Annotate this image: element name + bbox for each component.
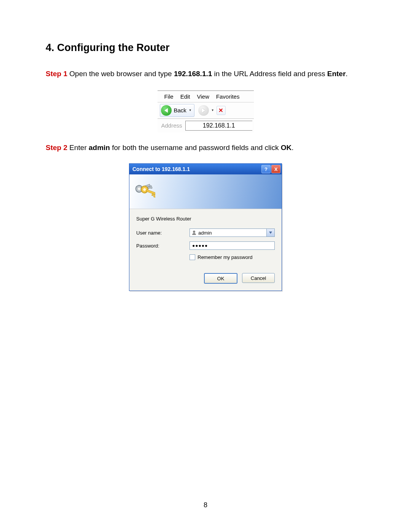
step2-paragraph: Step 2 Enter admin for both the username… bbox=[46, 143, 365, 153]
step2-label: Step 2 bbox=[46, 144, 67, 152]
svg-rect-8 bbox=[152, 193, 154, 196]
step1-enter: Enter bbox=[327, 70, 346, 78]
step1-paragraph: Step 1 Open the web browser and type 192… bbox=[46, 69, 365, 79]
remember-password-label: Remember my password bbox=[198, 254, 253, 260]
username-dropdown-button[interactable] bbox=[266, 228, 275, 237]
auth-dialog: Connect to 192.168.1.1 ? X bbox=[129, 163, 282, 291]
step2-ok: OK bbox=[281, 144, 292, 152]
step1-period: . bbox=[346, 70, 347, 78]
chevron-down-icon bbox=[269, 232, 272, 234]
address-label: Address bbox=[159, 122, 185, 129]
cancel-button[interactable]: Cancel bbox=[242, 273, 275, 283]
step1-text-a: Open the web browser and type bbox=[67, 70, 174, 78]
browser-menu-bar: File Edit View Favorites bbox=[158, 90, 254, 102]
username-combo[interactable]: admin bbox=[190, 228, 275, 237]
forward-button[interactable] bbox=[198, 105, 209, 116]
back-arrow-icon bbox=[161, 105, 172, 116]
user-icon bbox=[191, 230, 197, 235]
back-label: Back bbox=[173, 107, 187, 113]
forward-arrow-icon bbox=[202, 108, 205, 113]
dialog-body: Super G Wireless Router User name: admin bbox=[129, 209, 282, 291]
step1-ip: 192.168.1.1 bbox=[174, 70, 212, 78]
titlebar-help-button[interactable]: ? bbox=[261, 165, 271, 173]
dialog-banner bbox=[129, 174, 282, 209]
svg-rect-9 bbox=[154, 195, 155, 198]
titlebar-close-button[interactable]: X bbox=[271, 165, 280, 173]
menu-edit[interactable]: Edit bbox=[180, 93, 190, 100]
address-bar: Address 192.168.1.1 bbox=[158, 119, 254, 133]
menu-view[interactable]: View bbox=[197, 93, 209, 100]
back-dropdown-icon[interactable]: ▼ bbox=[187, 109, 192, 112]
svg-rect-4 bbox=[150, 186, 152, 189]
step1-label: Step 1 bbox=[46, 70, 67, 78]
back-button[interactable]: Back ▼ bbox=[160, 104, 194, 117]
svg-point-10 bbox=[193, 231, 195, 233]
step2-text-a: Enter bbox=[67, 144, 89, 152]
password-input[interactable]: ●●●●● bbox=[190, 241, 275, 250]
username-label: User name: bbox=[136, 230, 190, 236]
page-number: 8 bbox=[0, 501, 411, 509]
dialog-titlebar: Connect to 192.168.1.1 ? X bbox=[129, 164, 282, 174]
auth-realm: Super G Wireless Router bbox=[136, 216, 275, 222]
address-input[interactable]: 192.168.1.1 bbox=[185, 121, 252, 131]
password-label: Password: bbox=[136, 243, 190, 249]
stop-button[interactable]: ✕ bbox=[217, 106, 226, 115]
svg-rect-7 bbox=[146, 190, 155, 195]
step2-period: . bbox=[292, 144, 293, 152]
step1-text-b: in the URL Address field and press bbox=[212, 70, 327, 78]
browser-screenshot: File Edit View Favorites Back ▼ ▼ ✕ Addr… bbox=[157, 90, 254, 133]
step2-admin: admin bbox=[89, 144, 110, 152]
ok-button[interactable]: OK bbox=[204, 273, 237, 284]
step2-text-b: for both the username and password field… bbox=[110, 144, 281, 152]
menu-favorites[interactable]: Favorites bbox=[216, 93, 240, 100]
keys-icon bbox=[135, 181, 155, 202]
remember-password-checkbox[interactable] bbox=[190, 254, 195, 260]
menu-file[interactable]: File bbox=[164, 93, 174, 100]
forward-dropdown-icon[interactable]: ▼ bbox=[210, 109, 214, 112]
dialog-title: Connect to 192.168.1.1 bbox=[132, 166, 190, 172]
browser-toolbar: Back ▼ ▼ ✕ bbox=[158, 102, 254, 119]
username-value: admin bbox=[198, 230, 212, 236]
section-heading: 4. Configuring the Router bbox=[46, 42, 365, 54]
